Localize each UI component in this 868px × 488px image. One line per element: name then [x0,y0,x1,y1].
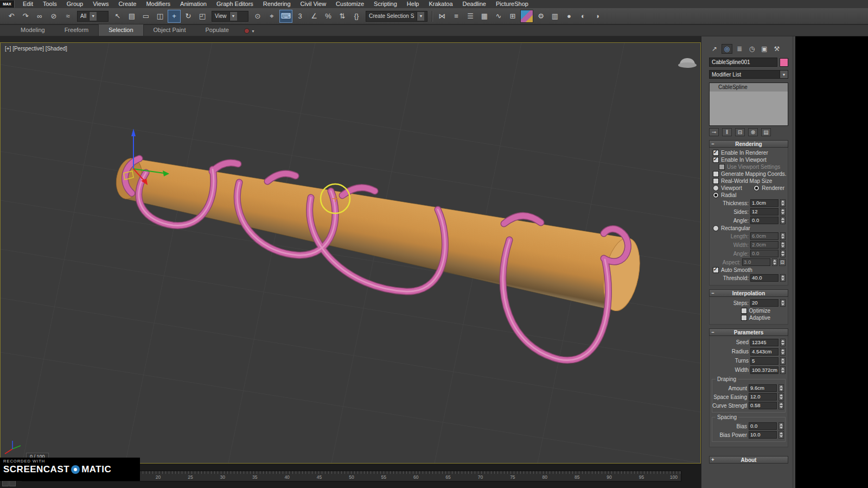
menu-item[interactable]: Animation [175,0,212,8]
reference-coordinate-dropdown[interactable]: View ▼ [212,11,248,22]
menu-item[interactable]: Deadline [458,0,491,8]
value-field[interactable]: 100.372cm [750,366,778,374]
radio-button[interactable] [754,185,760,191]
lock-aspect-icon[interactable]: ⊡ [779,259,786,266]
modifier-list-dropdown[interactable]: Modifier List ▼ [709,70,788,79]
spinner[interactable] [780,357,786,365]
value-field[interactable]: 6.0cm [750,232,778,240]
value-field[interactable]: 12.0 [749,393,777,401]
spinner[interactable] [778,384,784,392]
menu-item[interactable]: Civil View [296,0,331,8]
checkbox-row[interactable]: Generate Mapping Coords. [711,170,787,178]
radio-row-radial[interactable]: Radial [711,192,787,199]
chevron-down-icon[interactable]: ▼ [780,71,788,78]
spinner[interactable] [780,217,786,224]
utilities-tab[interactable]: ⚒ [771,44,782,54]
use-pivot-point-center-icon[interactable]: ⊙ [251,10,264,23]
menu-item[interactable]: Tools [38,0,62,8]
spinner[interactable] [780,274,786,282]
named-selection-set-combo[interactable]: Create Selection S ▼ [366,11,427,22]
spinner[interactable] [780,232,786,240]
bind-to-space-warp-icon[interactable]: ≈ [61,10,74,23]
radio-row-rectangular[interactable]: Rectangular [711,225,787,232]
display-tab[interactable]: ▣ [759,44,770,54]
pin-stack-icon[interactable]: ⊸ [709,128,719,136]
undo-icon[interactable]: ↶ [5,10,18,23]
redo-icon[interactable]: ↷ [19,10,32,23]
value-field[interactable]: 12 [750,208,778,216]
snaps-toggle-icon[interactable]: 3 [293,10,307,23]
rollout-header-parameters[interactable]: − Parameters [709,328,788,336]
spinner[interactable] [780,241,786,249]
checkbox-row[interactable]: Optimize [711,307,787,314]
checkbox-row[interactable]: Adaptive [711,314,787,321]
spinner[interactable] [778,393,784,401]
value-field[interactable]: 0.58 [749,402,777,409]
checkbox[interactable] [741,315,747,321]
material-editor-icon[interactable]: ◧ [520,10,533,23]
radio-button[interactable] [713,192,719,198]
configure-modifier-sets-icon[interactable]: ▤ [761,128,771,136]
radio-button[interactable] [713,185,719,191]
spinner[interactable] [780,250,786,257]
value-field[interactable]: 9.6cm [749,384,777,392]
select-and-scale-icon[interactable]: ◰ [196,10,209,23]
rectangular-selection-region-icon[interactable]: ▭ [139,10,152,23]
schematic-view-icon[interactable]: ⊞ [506,10,519,23]
value-field[interactable]: 1.0cm [750,199,778,207]
checkbox-row[interactable]: Enable In Viewport [711,156,787,163]
menu-item[interactable]: Rendering [258,0,296,8]
application-menu-button[interactable]: MAX [0,1,15,8]
value-field[interactable]: 0.0 [749,422,777,430]
spinner[interactable] [780,339,786,346]
menu-item[interactable]: Views [88,0,113,8]
select-and-manipulate-icon[interactable]: ⌖ [265,10,278,23]
radio-row[interactable]: Renderer [751,185,784,192]
checkbox-row[interactable]: Use Viewport Settings [717,163,787,170]
show-end-result-icon[interactable]: ‖ [722,128,732,136]
menu-item[interactable]: Group [62,0,88,8]
object-name-field[interactable]: CableSpline001 [709,58,777,67]
percent-snap-icon[interactable]: % [322,10,335,23]
chevron-down-icon[interactable]: ▼ [417,12,424,21]
menu-item[interactable]: Krakatoa [424,0,457,8]
menu-item[interactable]: Customize [331,0,369,8]
ribbon-config-icon[interactable]: ▼ [244,28,255,36]
checkbox[interactable] [741,308,747,314]
chevron-down-icon[interactable]: ▼ [89,12,97,21]
value-field[interactable]: 0.0 [750,217,778,224]
select-and-rotate-icon[interactable]: ↻ [182,10,195,23]
value-field[interactable]: 40.0 [750,274,778,282]
steering-wheel-icon[interactable] [678,58,697,68]
checkbox-row[interactable]: Real-World Map Size [711,178,787,185]
spinner[interactable] [780,199,786,207]
remove-modifier-icon[interactable]: ⊗ [748,128,758,136]
motion-tab[interactable]: ◷ [746,44,757,54]
select-and-link-icon[interactable]: ∞ [33,10,46,23]
value-field[interactable]: 4.543cm [750,348,778,356]
menu-item[interactable]: Scripting [369,0,402,8]
select-and-move-icon[interactable]: + [168,10,181,23]
unlink-selection-icon[interactable]: ⊘ [47,10,60,23]
make-unique-icon[interactable]: ⊟ [735,128,745,136]
checkbox[interactable] [719,164,725,170]
render-production-icon[interactable]: ● [563,10,576,23]
value-field[interactable]: 5 [750,357,778,365]
value-field[interactable]: 2.0cm [750,241,778,249]
ribbon-tab[interactable]: Modeling [11,24,55,36]
window-crossing-icon[interactable]: ◫ [154,10,167,23]
selection-filter-dropdown[interactable]: All ▼ [77,11,108,22]
spinner[interactable] [780,208,786,216]
menu-item[interactable]: Graph Editors [212,0,258,8]
curve-editor-icon[interactable]: ∿ [492,10,505,23]
menu-item[interactable]: Edit [18,0,38,8]
modifier-stack-item[interactable]: CableSpline [710,83,788,92]
graphite-ribbon-icon[interactable]: ▦ [478,10,491,23]
spinner[interactable] [772,258,777,266]
angle-snap-icon[interactable]: ∠ [308,10,321,23]
modify-tab[interactable]: ◎ [722,44,732,54]
checkbox[interactable] [713,178,719,184]
create-tab[interactable]: ↗ [709,44,720,54]
checkbox[interactable] [713,157,719,163]
viewport[interactable]: [+] [Perspective] [Shaded] [0,42,701,464]
